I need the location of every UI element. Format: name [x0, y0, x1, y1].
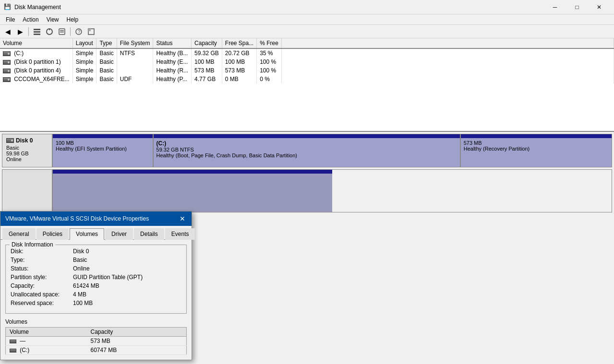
cell-free: 0 MB [222, 75, 256, 83]
svg-text:?: ? [78, 29, 81, 35]
svg-rect-0 [34, 29, 40, 30]
disk-0-partition-1[interactable]: 100 MB Healthy (EFI System Partition) [53, 134, 154, 167]
properties-button[interactable] [56, 26, 68, 37]
capacity-label: Capacity: [11, 282, 73, 289]
minimize-button[interactable]: ─ [544, 0, 566, 14]
partition-1-header [53, 134, 153, 138]
col-status[interactable]: Status [153, 38, 192, 48]
volumes-row[interactable]: (C:) 60747 MB [6, 346, 187, 355]
menu-action[interactable]: Action [19, 15, 42, 24]
dialog-title-text: VMware, VMware Virtual S SCSI Disk Devic… [5, 215, 149, 222]
cell-capacity: 573 MB [192, 66, 222, 75]
disk-0-partition-2[interactable]: (C:) 59.32 GB NTFS Healthy (Boot, Page F… [154, 134, 461, 167]
table-row[interactable]: (Disk 0 partition 4) Simple Basic Health… [0, 66, 614, 75]
volumes-table: Volume Capacity — 573 MB [5, 327, 187, 355]
partition-2-header [154, 134, 460, 138]
partition-2-status: Healthy (Boot, Page File, Crash Dump, Ba… [157, 153, 457, 158]
extra-button[interactable] [85, 26, 97, 37]
window-controls: ─ □ ✕ [544, 0, 610, 14]
cell-filesystem [117, 66, 153, 75]
info-capacity: Capacity: 61424 MB [11, 282, 181, 289]
tab-details[interactable]: Details [134, 228, 164, 240]
vol-drive-icon [10, 340, 16, 343]
menu-file[interactable]: File [2, 15, 19, 24]
table-row[interactable]: CCCOMA_X64FRE... Simple Basic UDF Health… [0, 75, 614, 83]
cell-percent: 35 % [257, 48, 282, 58]
tab-events[interactable]: Events [165, 228, 195, 240]
col-type[interactable]: Type [96, 38, 117, 48]
cell-filesystem [117, 58, 153, 66]
back-button[interactable]: ◀ [2, 26, 13, 37]
cell-layout: Simple [72, 75, 96, 83]
volumes-cell-capacity: 573 MB [86, 337, 186, 346]
partition-value: GUID Partition Table (GPT) [73, 274, 143, 281]
tab-general[interactable]: General [2, 228, 36, 240]
menu-view[interactable]: View [43, 15, 63, 24]
show-button[interactable] [31, 26, 43, 37]
partition-3-size: 573 MB [464, 140, 609, 146]
info-unallocated: Unallocated space: 4 MB [11, 291, 181, 298]
col-filesystem[interactable]: File System [117, 38, 153, 48]
partition-1-size: 100 MB [56, 140, 150, 146]
toolbar-separator-1 [28, 27, 29, 36]
drive-icon [3, 51, 11, 56]
cell-percent: 0 % [257, 75, 282, 83]
disk-0-partition-3[interactable]: 573 MB Healthy (Recovery Partition) [461, 134, 612, 167]
dialog-close-button[interactable]: ✕ [178, 214, 187, 223]
cell-capacity: 100 MB [192, 58, 222, 66]
tab-policies[interactable]: Policies [36, 228, 69, 240]
dialog-body: Disk Information Disk: Disk 0 Type: Basi… [0, 240, 192, 360]
rescan-button[interactable] [44, 26, 55, 37]
vol-drive-icon [10, 349, 16, 352]
col-free[interactable]: Free Spa... [222, 38, 256, 48]
col-layout[interactable]: Layout [72, 38, 96, 48]
tab-volumes[interactable]: Volumes [70, 228, 104, 240]
volumes-col-volume: Volume [6, 328, 87, 337]
tab-driver[interactable]: Driver [105, 228, 133, 240]
disk-cdrom-row [2, 169, 612, 212]
partition-2-name: (C:) [157, 140, 457, 147]
drive-icon [3, 69, 11, 73]
svg-rect-1 [34, 31, 40, 33]
capacity-value: 61424 MB [73, 282, 99, 289]
cell-layout: Simple [72, 66, 96, 75]
info-status: Status: Online [11, 265, 181, 272]
menu-help[interactable]: Help [63, 15, 83, 24]
volume-list-panel: Volume Layout Type File System Status Ca… [0, 38, 614, 132]
disk-0-drive-icon [6, 138, 14, 143]
partition-2-size: 59.32 GB NTFS [157, 147, 457, 153]
cdrom-partition[interactable] [53, 170, 332, 212]
unallocated-value: 4 MB [73, 291, 86, 298]
partition-3-header [461, 134, 612, 138]
volumes-row[interactable]: — 573 MB [6, 337, 187, 346]
cell-free: 573 MB [222, 66, 256, 75]
col-percent[interactable]: % Free [257, 38, 282, 48]
table-row[interactable]: (Disk 0 partition 1) Simple Basic Health… [0, 58, 614, 66]
partition-1-status: Healthy (EFI System Partition) [56, 146, 150, 152]
info-partition: Partition style: GUID Partition Table (G… [11, 274, 181, 281]
col-extra [281, 38, 614, 48]
type-label: Type: [11, 257, 73, 263]
col-capacity[interactable]: Capacity [192, 38, 222, 48]
close-button[interactable]: ✕ [588, 0, 610, 14]
cell-filesystem: UDF [117, 75, 153, 83]
dialog-title-bar: VMware, VMware Virtual S SCSI Disk Devic… [0, 211, 192, 226]
partition-label: Partition style: [11, 274, 73, 281]
table-row[interactable]: (C:) Simple Basic NTFS Healthy (B... 59.… [0, 48, 614, 58]
forward-button[interactable]: ▶ [14, 26, 26, 37]
type-value: Basic [73, 257, 87, 263]
disk-0-size: 59.98 GB [6, 151, 48, 156]
cell-percent: 100 % [257, 58, 282, 66]
maximize-button[interactable]: □ [566, 0, 588, 14]
col-volume[interactable]: Volume [0, 38, 72, 48]
disk-label: Disk: [11, 248, 73, 255]
svg-rect-5 [60, 30, 64, 31]
dialog-tabs: General Policies Volumes Driver Details … [0, 226, 192, 240]
cell-capacity: 59.32 GB [192, 48, 222, 58]
volumes-col-capacity: Capacity [86, 328, 186, 337]
help-button[interactable]: ? [73, 26, 84, 37]
cell-status: Healthy (E... [153, 58, 192, 66]
info-disk: Disk: Disk 0 [11, 248, 181, 255]
cell-percent: 100 % [257, 66, 282, 75]
info-reserved: Reserved space: 100 MB [11, 300, 181, 306]
